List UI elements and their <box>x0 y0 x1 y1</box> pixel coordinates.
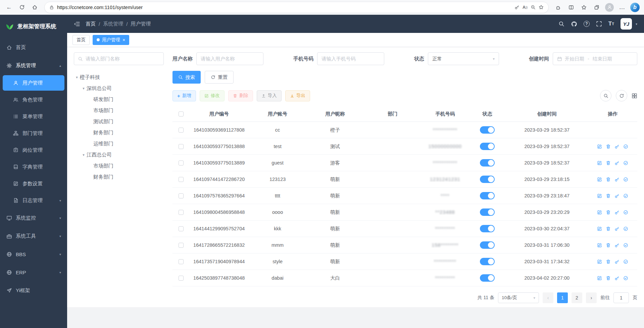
font-size-icon[interactable]: TT <box>608 20 614 27</box>
toggle-search-icon[interactable] <box>600 90 611 101</box>
status-select[interactable]: 正常 ▾ <box>428 52 499 65</box>
department-search[interactable] <box>74 52 164 65</box>
refresh-table-icon[interactable] <box>616 90 627 101</box>
row-checkbox[interactable] <box>179 177 184 182</box>
date-range-picker[interactable]: 开始日期 - 结束日期 <box>553 52 637 65</box>
header-search-icon[interactable] <box>558 21 564 27</box>
row-delete-icon[interactable] <box>606 210 611 215</box>
table-row[interactable]: 1641441299095752704 kkk 萌新 ********* 202… <box>172 221 637 237</box>
row-assign-role-icon[interactable] <box>623 276 628 281</box>
row-reset-password-icon[interactable] <box>614 160 620 166</box>
row-assign-role-icon[interactable] <box>623 259 628 264</box>
tree-node[interactable]: ▾ 深圳总公司 <box>74 83 164 94</box>
add-button[interactable]: +新增 <box>172 90 196 101</box>
tree-node[interactable]: 市场部门 <box>74 105 164 116</box>
row-edit-icon[interactable] <box>597 226 602 231</box>
more-menu-icon[interactable]: … <box>616 2 628 13</box>
username-input[interactable] <box>196 52 263 65</box>
bing-chat-icon[interactable]: b <box>629 2 641 13</box>
sidebar-item-erp[interactable]: ERP ▾ <box>0 263 67 281</box>
tree-caret-icon[interactable]: ▾ <box>81 86 87 91</box>
tab-home[interactable]: 首页 <box>72 35 90 45</box>
table-row[interactable]: 1641098004586958848 oooo 萌新 **23488 2023… <box>172 204 637 221</box>
next-page-button[interactable]: › <box>586 292 597 303</box>
table-row[interactable]: 1641735719040978944 style 萌新 ********** … <box>172 253 637 270</box>
tree-node[interactable]: 财务部门 <box>74 172 164 183</box>
table-row[interactable]: 1641030593691127808 cc 橙子 *********** 20… <box>172 122 637 138</box>
close-tab-icon[interactable]: × <box>122 37 125 43</box>
tree-caret-icon[interactable]: ▾ <box>81 153 87 157</box>
row-edit-icon[interactable] <box>597 193 602 198</box>
row-reset-password-icon[interactable] <box>614 259 620 264</box>
row-reset-password-icon[interactable] <box>614 226 620 231</box>
table-row[interactable]: 1641097576365297664 tttt 萌新 **** 2023-03… <box>172 188 637 204</box>
row-checkbox[interactable] <box>179 210 184 215</box>
status-toggle[interactable] <box>480 208 495 216</box>
status-toggle[interactable] <box>480 192 495 199</box>
row-edit-icon[interactable] <box>597 160 602 166</box>
help-icon[interactable]: ? <box>584 21 590 27</box>
row-edit-icon[interactable] <box>597 177 602 182</box>
row-assign-role-icon[interactable] <box>623 177 628 182</box>
avatar-caret-icon[interactable]: ▾ <box>636 22 637 26</box>
row-delete-icon[interactable] <box>606 226 611 231</box>
status-toggle[interactable] <box>480 274 495 282</box>
table-row[interactable]: 1641030593775013888 test 测试 15000000000 … <box>172 138 637 155</box>
collections-icon[interactable] <box>591 2 602 13</box>
row-assign-role-icon[interactable] <box>623 210 628 215</box>
table-row[interactable]: 1641030593775013889 guest 游客 ***********… <box>172 155 637 171</box>
status-toggle[interactable] <box>480 159 495 167</box>
sidebar-item-system-management[interactable]: 系统管理 ▴ <box>0 56 67 75</box>
sidebar-item-dept-management[interactable]: 部门管理 <box>0 125 67 142</box>
breadcrumb-home[interactable]: 首页 <box>86 21 96 27</box>
user-avatar[interactable]: YJ <box>621 18 632 30</box>
github-icon[interactable] <box>571 21 577 27</box>
columns-grid-icon[interactable] <box>632 93 637 99</box>
sidebar-toggle-icon[interactable] <box>74 21 80 27</box>
reset-button[interactable]: 重置 <box>205 71 234 84</box>
search-button[interactable]: 搜索 <box>172 71 201 84</box>
row-checkbox[interactable] <box>179 226 184 231</box>
row-checkbox[interactable] <box>179 193 184 198</box>
row-delete-icon[interactable] <box>606 243 611 248</box>
tree-node[interactable]: 市场部门 <box>74 160 164 172</box>
row-edit-icon[interactable] <box>597 243 602 248</box>
sidebar-item-yi-framework[interactable]: Yi框架 <box>0 281 67 299</box>
status-toggle[interactable] <box>480 241 495 249</box>
sidebar-item-bbs[interactable]: BBS ▾ <box>0 245 67 263</box>
tree-node[interactable]: 测试部门 <box>74 116 164 127</box>
row-checkbox[interactable] <box>179 243 184 248</box>
read-aloud-icon[interactable]: A)) <box>523 5 528 10</box>
export-button[interactable]: 导出 <box>285 90 310 101</box>
sidebar-item-role-management[interactable]: 角色管理 <box>0 91 67 108</box>
row-delete-icon[interactable] <box>606 160 611 166</box>
sidebar-item-system-tools[interactable]: 系统工具 ▾ <box>0 227 67 245</box>
row-edit-icon[interactable] <box>597 276 602 281</box>
tab-user-management[interactable]: 用户管理 × <box>93 35 129 45</box>
status-toggle[interactable] <box>480 258 495 265</box>
row-edit-icon[interactable] <box>597 144 602 149</box>
page-size-select[interactable]: 10条/页 ▾ <box>498 292 539 303</box>
row-delete-icon[interactable] <box>606 144 611 149</box>
zoom-icon[interactable] <box>531 5 536 10</box>
split-screen-icon[interactable] <box>565 2 577 13</box>
row-delete-icon[interactable] <box>606 259 611 264</box>
row-delete-icon[interactable] <box>606 276 611 281</box>
browser-home-icon[interactable] <box>29 2 40 13</box>
row-assign-role-icon[interactable] <box>623 160 628 166</box>
sidebar-item-log-management[interactable]: 日志管理 ▾ <box>0 192 67 209</box>
password-key-icon[interactable] <box>514 5 519 10</box>
status-toggle[interactable] <box>480 126 495 134</box>
page-2-button[interactable]: 2 <box>572 292 582 303</box>
sidebar-item-post-management[interactable]: 岗位管理 <box>0 142 67 158</box>
sidebar-item-param-settings[interactable]: 参数设置 <box>0 175 67 192</box>
table-row[interactable]: 1642503897748738048 dabai 大白 ********* 2… <box>172 270 637 286</box>
url-text[interactable]: https://ccnetcore.com:1101/system/user <box>57 5 511 10</box>
tree-node[interactable]: ▾ 江西总公司 <box>74 149 164 160</box>
row-reset-password-icon[interactable] <box>614 177 620 182</box>
row-checkbox[interactable] <box>179 259 184 264</box>
breadcrumb-system[interactable]: 系统管理 <box>103 21 123 27</box>
favorite-star-icon[interactable] <box>539 5 544 10</box>
import-button[interactable]: 导入 <box>257 90 282 101</box>
row-reset-password-icon[interactable] <box>614 210 620 215</box>
